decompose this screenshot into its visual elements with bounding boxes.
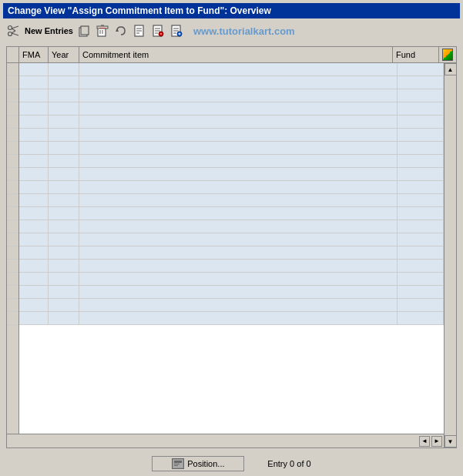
row-selector[interactable] xyxy=(7,273,18,286)
cell-fund[interactable] xyxy=(398,220,444,233)
cell-fma[interactable] xyxy=(19,194,49,206)
cell-fma[interactable] xyxy=(19,142,49,154)
row-selector[interactable] xyxy=(7,76,18,89)
cell-commitment[interactable] xyxy=(79,194,398,206)
delete-icon[interactable] xyxy=(95,23,110,39)
cell-year[interactable] xyxy=(49,260,79,272)
scroll-right-button[interactable]: ► xyxy=(431,436,442,447)
cell-commitment[interactable] xyxy=(79,155,398,167)
cell-year[interactable] xyxy=(49,102,79,115)
cell-fund[interactable] xyxy=(398,260,444,272)
cell-fund[interactable] xyxy=(398,181,444,193)
cell-fund[interactable] xyxy=(398,312,444,324)
table-row[interactable] xyxy=(19,102,444,116)
table-row[interactable] xyxy=(19,168,444,181)
cell-year[interactable] xyxy=(49,129,79,141)
cell-fma[interactable] xyxy=(19,129,49,141)
scroll-left-button[interactable]: ◄ xyxy=(419,436,430,447)
cell-commitment[interactable] xyxy=(79,286,398,298)
table-row[interactable] xyxy=(19,246,444,260)
page-icon-2[interactable] xyxy=(150,23,166,39)
cell-commitment[interactable] xyxy=(79,76,398,89)
cell-fund[interactable] xyxy=(398,299,444,311)
cell-commitment[interactable] xyxy=(79,207,398,220)
cell-fma[interactable] xyxy=(19,102,49,115)
row-selector[interactable] xyxy=(7,89,18,102)
row-selector[interactable] xyxy=(7,194,18,207)
cell-fma[interactable] xyxy=(19,312,49,324)
table-row[interactable] xyxy=(19,312,444,325)
row-selector[interactable] xyxy=(7,155,18,168)
cell-fund[interactable] xyxy=(398,63,444,75)
table-row[interactable] xyxy=(19,286,444,299)
row-selector[interactable] xyxy=(7,142,18,155)
table-row[interactable] xyxy=(19,220,444,233)
cell-fma[interactable] xyxy=(19,233,49,246)
table-row[interactable] xyxy=(19,89,444,102)
row-selector[interactable] xyxy=(7,260,18,273)
table-row[interactable] xyxy=(19,116,444,129)
undo-icon[interactable] xyxy=(113,23,129,39)
cell-fma[interactable] xyxy=(19,76,49,89)
cell-commitment[interactable] xyxy=(79,181,398,193)
cell-year[interactable] xyxy=(49,246,79,259)
cell-year[interactable] xyxy=(49,220,79,233)
table-row[interactable] xyxy=(19,233,444,246)
cell-fma[interactable] xyxy=(19,260,49,272)
scroll-down-button[interactable]: ▼ xyxy=(445,435,457,448)
scroll-up-button[interactable]: ▲ xyxy=(445,63,457,75)
col-settings-icon[interactable] xyxy=(439,47,456,62)
position-button[interactable]: Position... xyxy=(152,456,244,471)
table-row[interactable] xyxy=(19,207,444,220)
table-row[interactable] xyxy=(19,194,444,207)
cell-commitment[interactable] xyxy=(79,168,398,180)
cell-commitment[interactable] xyxy=(79,260,398,272)
cell-fma[interactable] xyxy=(19,286,49,298)
cell-fund[interactable] xyxy=(398,273,444,285)
cell-commitment[interactable] xyxy=(79,299,398,311)
cell-commitment[interactable] xyxy=(79,312,398,324)
table-row[interactable] xyxy=(19,129,444,142)
row-selector[interactable] xyxy=(7,299,18,312)
scroll-track[interactable] xyxy=(445,75,456,435)
cell-fund[interactable] xyxy=(398,129,444,141)
cell-year[interactable] xyxy=(49,116,79,128)
cell-year[interactable] xyxy=(49,312,79,324)
cell-fund[interactable] xyxy=(398,168,444,180)
cell-fma[interactable] xyxy=(19,220,49,233)
row-selector[interactable] xyxy=(7,116,18,129)
cell-year[interactable] xyxy=(49,181,79,193)
cell-commitment[interactable] xyxy=(79,233,398,246)
row-selector[interactable] xyxy=(7,246,18,260)
cell-fma[interactable] xyxy=(19,116,49,128)
cell-fma[interactable] xyxy=(19,89,49,102)
cell-year[interactable] xyxy=(49,76,79,89)
cell-year[interactable] xyxy=(49,194,79,206)
new-entries-button[interactable]: New Entries xyxy=(25,26,73,35)
row-selector[interactable] xyxy=(7,63,18,76)
cell-fund[interactable] xyxy=(398,142,444,154)
page-icon-1[interactable] xyxy=(132,23,147,39)
cell-fund[interactable] xyxy=(398,194,444,206)
cell-fund[interactable] xyxy=(398,102,444,115)
cell-fund[interactable] xyxy=(398,286,444,298)
cell-fma[interactable] xyxy=(19,273,49,285)
cell-commitment[interactable] xyxy=(79,273,398,285)
page-icon-3[interactable] xyxy=(169,23,184,39)
cell-year[interactable] xyxy=(49,155,79,167)
cell-fma[interactable] xyxy=(19,155,49,167)
table-settings-icon[interactable] xyxy=(442,49,453,61)
cell-fund[interactable] xyxy=(398,207,444,220)
row-selector[interactable] xyxy=(7,129,18,142)
cell-fma[interactable] xyxy=(19,207,49,220)
cell-commitment[interactable] xyxy=(79,129,398,141)
cell-commitment[interactable] xyxy=(79,142,398,154)
row-selector[interactable] xyxy=(7,220,18,233)
cell-commitment[interactable] xyxy=(79,220,398,233)
table-row[interactable] xyxy=(19,142,444,155)
table-row[interactable] xyxy=(19,299,444,312)
cell-year[interactable] xyxy=(49,142,79,154)
cell-fund[interactable] xyxy=(398,116,444,128)
cell-year[interactable] xyxy=(49,63,79,75)
cell-fma[interactable] xyxy=(19,246,49,259)
